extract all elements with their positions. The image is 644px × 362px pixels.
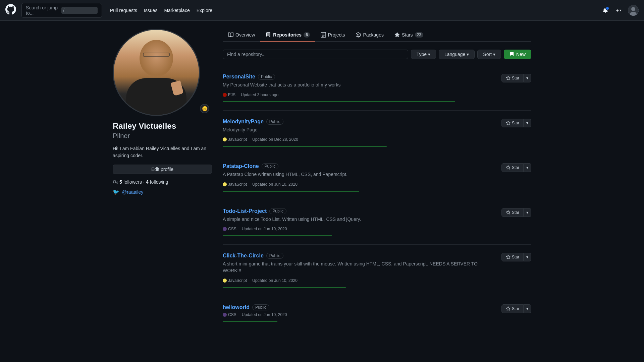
- tab-repositories-count: 6: [304, 32, 310, 38]
- avatar-emoji-icon[interactable]: 😊: [200, 104, 209, 113]
- repo-info: Patatap-Clone Public A Patatap Clone wri…: [223, 163, 496, 192]
- repo-actions: Star ▾: [501, 163, 531, 172]
- star-dropdown-button[interactable]: ▾: [524, 74, 531, 82]
- star-label: Star: [512, 121, 519, 125]
- star-dropdown-button[interactable]: ▾: [524, 163, 531, 172]
- star-outline-icon: [506, 121, 511, 125]
- repo-description: A short mini-game that trains your skill…: [223, 261, 496, 274]
- language-dot: [223, 182, 227, 186]
- star-label: Star: [512, 306, 519, 311]
- chevron-down-icon: ▾: [526, 121, 528, 125]
- star-dropdown-button[interactable]: ▾: [524, 304, 531, 313]
- profile-username: Pilner: [113, 132, 212, 140]
- repo-description: Melodynity Page: [223, 127, 496, 133]
- notifications-button[interactable]: [601, 6, 609, 14]
- profile-avatar: [113, 29, 200, 116]
- repo-meta: JavaScript Updated on Dec 28, 2020: [223, 137, 496, 142]
- repo-name-link[interactable]: MelodynityPage: [223, 119, 264, 125]
- profile-bio: Hi! I am Fabian Railey Victuelles and I …: [113, 145, 212, 159]
- language-name: JavaScript: [228, 278, 247, 283]
- repo-actions: Star ▾: [501, 304, 531, 313]
- repo-visibility-badge: Public: [252, 304, 269, 310]
- repo-progress-bar: [223, 321, 277, 322]
- repo-name-link[interactable]: Click-The-Circle: [223, 253, 264, 259]
- twitter-row: 🐦 @raaailey: [113, 189, 212, 195]
- tab-stars-label: Stars: [402, 32, 413, 38]
- repo-progress-bar: [223, 235, 332, 236]
- tab-overview[interactable]: Overview: [223, 29, 260, 42]
- twitter-handle[interactable]: @raaailey: [122, 189, 143, 195]
- twitter-icon: 🐦: [113, 189, 119, 195]
- repo-info: MelodynityPage Public Melodynity Page Ja…: [223, 119, 496, 147]
- repo-name-link[interactable]: Todo-List-Project: [223, 208, 267, 214]
- new-repo-button[interactable]: New: [504, 50, 531, 59]
- tab-stars-count: 23: [415, 32, 423, 38]
- star-button[interactable]: Star: [501, 163, 524, 172]
- star-icon: [394, 32, 400, 38]
- star-button[interactable]: Star: [501, 208, 524, 217]
- star-label: Star: [512, 76, 519, 80]
- star-button[interactable]: Star: [501, 74, 524, 82]
- repo-title-row: helloworld Public: [223, 304, 496, 310]
- search-box[interactable]: Search or jump to... /: [21, 3, 102, 18]
- language-name: JavaScript: [228, 137, 247, 142]
- tab-stars[interactable]: Stars 23: [389, 29, 429, 42]
- repo-updated: Updated on Jun 10, 2020: [242, 227, 287, 231]
- star-dropdown-button[interactable]: ▾: [524, 119, 531, 127]
- nav-marketplace[interactable]: Marketplace: [161, 6, 192, 15]
- repo-visibility-badge: Public: [262, 163, 279, 169]
- create-new-button[interactable]: + ▾: [613, 6, 624, 14]
- nav-issues[interactable]: Issues: [141, 6, 160, 15]
- table-row: Todo-List-Project Public A simple and ni…: [223, 200, 531, 245]
- repo-info: Click-The-Circle Public A short mini-gam…: [223, 253, 496, 288]
- github-logo[interactable]: [5, 4, 16, 17]
- repo-updated: Updated 3 hours ago: [241, 93, 278, 97]
- star-outline-icon: [506, 255, 511, 259]
- nav-explore[interactable]: Explore: [194, 6, 215, 15]
- user-avatar[interactable]: [628, 5, 639, 16]
- repo-visibility-badge: Public: [266, 119, 283, 125]
- language-name: JavaScript: [228, 182, 247, 187]
- repo-title-row: Todo-List-Project Public: [223, 208, 496, 214]
- tab-packages-label: Packages: [363, 32, 383, 38]
- star-button[interactable]: Star: [501, 119, 524, 127]
- profile-avatar-wrap: 😊: [113, 29, 212, 116]
- star-label: Star: [512, 165, 519, 170]
- plus-icon: +: [616, 8, 619, 13]
- chevron-down-icon: ▾: [526, 76, 528, 80]
- language-filter-button[interactable]: Language ▾: [439, 50, 475, 59]
- star-button[interactable]: Star: [501, 253, 524, 261]
- star-dropdown-button[interactable]: ▾: [524, 253, 531, 261]
- repo-name-link[interactable]: PersonalSite: [223, 74, 255, 80]
- tab-repositories-label: Repositories: [273, 32, 302, 38]
- star-label: Star: [512, 255, 519, 259]
- repo-name-link[interactable]: Patatap-Clone: [223, 163, 259, 169]
- star-button[interactable]: Star: [501, 304, 524, 313]
- star-dropdown-button[interactable]: ▾: [524, 208, 531, 217]
- type-filter-button[interactable]: Type ▾: [411, 50, 436, 59]
- chevron-down-icon: ▾: [526, 306, 528, 311]
- following-label: following: [150, 179, 168, 185]
- repo-description: My Personal Website that acts as a portf…: [223, 82, 496, 88]
- star-outline-icon: [506, 76, 511, 80]
- header-nav: Pull requests Issues Marketplace Explore: [107, 6, 596, 15]
- tab-packages[interactable]: Packages: [350, 29, 389, 42]
- repo-info: PersonalSite Public My Personal Website …: [223, 74, 496, 102]
- repo-search-input[interactable]: [223, 50, 408, 59]
- repo-info: Todo-List-Project Public A simple and ni…: [223, 208, 496, 237]
- sort-filter-button[interactable]: Sort ▾: [477, 50, 501, 59]
- nav-pull-requests[interactable]: Pull requests: [107, 6, 140, 15]
- repo-actions: Star ▾: [501, 74, 531, 82]
- search-kbd: /: [61, 7, 98, 14]
- star-label: Star: [512, 210, 519, 215]
- repo-language: JavaScript: [223, 137, 247, 142]
- repo-actions: Star ▾: [501, 119, 531, 127]
- edit-profile-button[interactable]: Edit profile: [113, 165, 212, 174]
- repo-name-link[interactable]: helloworld: [223, 304, 250, 310]
- tab-projects[interactable]: Projects: [315, 29, 351, 42]
- repo-updated: Updated on Jun 10, 2020: [252, 182, 298, 187]
- repo-meta: JavaScript Updated on Jun 10, 2020: [223, 182, 496, 187]
- profile-tabs: Overview Repositories 6 Projects Package…: [223, 29, 531, 42]
- package-icon: [356, 32, 361, 38]
- tab-repositories[interactable]: Repositories 6: [260, 29, 315, 42]
